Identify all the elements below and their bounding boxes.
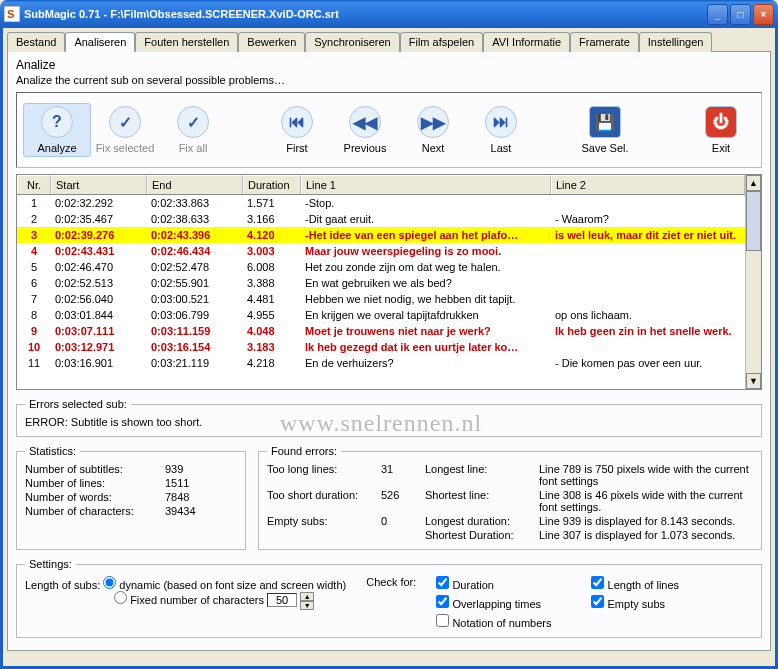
first-button[interactable]: ⏮First — [263, 106, 331, 154]
scroll-thumb[interactable] — [746, 191, 761, 251]
fix-selected-button[interactable]: ✓Fix selected — [91, 106, 159, 154]
toolbar: ?Analyze ✓Fix selected ✓Fix all ⏮First ◀… — [16, 92, 762, 168]
table-row[interactable]: 10:02:32.2920:02:33.8631.571-Stop. — [17, 195, 745, 211]
app-icon: S — [4, 6, 20, 22]
table-row[interactable]: 90:03:07.1110:03:11.1594.048Moet je trou… — [17, 323, 745, 339]
tab-bewerken[interactable]: Bewerken — [238, 32, 305, 52]
first-icon: ⏮ — [281, 106, 313, 138]
radio-dynamic[interactable]: dynamic (based on font size and screen w… — [103, 579, 346, 591]
found-fieldset: Found errors: Too long lines:31Longest l… — [258, 445, 762, 550]
errors-legend: Errors selected sub: — [25, 398, 131, 410]
tab-bestand[interactable]: Bestand — [7, 32, 65, 52]
panel-subtitle: Analize the current sub on several possi… — [16, 74, 762, 86]
prev-button[interactable]: ◀◀Previous — [331, 106, 399, 154]
errors-fieldset: Errors selected sub: ERROR: Subtitle is … — [16, 398, 762, 437]
check-label: Check for: — [366, 576, 416, 588]
scroll-up-button[interactable]: ▲ — [746, 175, 761, 191]
subtitle-grid[interactable]: Nr. Start End Duration Line 1 Line 2 10:… — [16, 174, 762, 390]
tab-film[interactable]: Film afspelen — [400, 32, 483, 52]
titlebar: S SubMagic 0.71 - F:\Film\Obsessed.SCREE… — [0, 0, 778, 28]
table-row[interactable]: 70:02:56.0400:03:00.5214.481Hebben we ni… — [17, 291, 745, 307]
fixed-chars-input[interactable] — [267, 593, 297, 607]
svg-text:S: S — [7, 8, 14, 20]
tab-fouten[interactable]: Fouten herstellen — [135, 32, 238, 52]
error-message: ERROR: Subtitle is shown too short. — [25, 416, 753, 428]
window-title: SubMagic 0.71 - F:\Film\Obsessed.SCREENE… — [24, 8, 707, 20]
spin-up[interactable]: ▲ — [300, 592, 314, 601]
check-length[interactable]: Length of lines — [591, 576, 679, 591]
analyze-icon: ? — [41, 106, 73, 138]
table-row[interactable]: 50:02:46.4700:02:52.4786.008Het zou zond… — [17, 259, 745, 275]
table-row[interactable]: 30:02:39.2760:02:43.3964.120-Het idee va… — [17, 227, 745, 243]
exit-button[interactable]: ⏻Exit — [687, 106, 755, 154]
col-l1[interactable]: Line 1 — [301, 175, 551, 194]
table-row[interactable]: 60:02:52.5130:02:55.9013.388En wat gebru… — [17, 275, 745, 291]
fixall-icon: ✓ — [177, 106, 209, 138]
exit-icon: ⏻ — [705, 106, 737, 138]
next-icon: ▶▶ — [417, 106, 449, 138]
minimize-button[interactable]: _ — [707, 4, 728, 25]
next-button[interactable]: ▶▶Next — [399, 106, 467, 154]
fix-icon: ✓ — [109, 106, 141, 138]
main-tabs: Bestand Analiseren Fouten herstellen Bew… — [7, 32, 771, 52]
length-label: Length of subs: — [25, 579, 100, 591]
grid-scrollbar[interactable]: ▲ ▼ — [745, 175, 761, 389]
check-overlap[interactable]: Overlapping times — [436, 595, 551, 610]
analyze-button[interactable]: ?Analyze — [23, 103, 91, 157]
table-row[interactable]: 20:02:35.4670:02:38.6333.166-Dit gaat er… — [17, 211, 745, 227]
col-start[interactable]: Start — [51, 175, 147, 194]
tab-sync[interactable]: Synchroniseren — [305, 32, 399, 52]
check-notation[interactable]: Notation of numbers — [436, 614, 551, 629]
check-empty[interactable]: Empty subs — [591, 595, 679, 610]
col-l2[interactable]: Line 2 — [551, 175, 745, 194]
tab-avi[interactable]: AVI Informatie — [483, 32, 570, 52]
table-row[interactable]: 80:03:01.8440:03:06.7994.955En krijgen w… — [17, 307, 745, 323]
table-row[interactable]: 110:03:16.9010:03:21.1194.218En de verhu… — [17, 355, 745, 371]
last-button[interactable]: ⏭Last — [467, 106, 535, 154]
stats-legend: Statistics: — [25, 445, 80, 457]
last-icon: ⏭ — [485, 106, 517, 138]
panel-title: Analize — [16, 58, 762, 72]
settings-legend: Settings: — [25, 558, 76, 570]
tab-instellingen[interactable]: Instellingen — [639, 32, 713, 52]
prev-icon: ◀◀ — [349, 106, 381, 138]
settings-fieldset: Settings: Length of subs: dynamic (based… — [16, 558, 762, 638]
fix-all-button[interactable]: ✓Fix all — [159, 106, 227, 154]
table-row[interactable]: 40:02:43.4310:02:46.4343.003Maar jouw we… — [17, 243, 745, 259]
found-legend: Found errors: — [267, 445, 341, 457]
grid-header: Nr. Start End Duration Line 1 Line 2 — [17, 175, 745, 195]
check-duration[interactable]: Duration — [436, 576, 551, 591]
stats-fieldset: Statistics: Number of subtitles:939Numbe… — [16, 445, 246, 550]
tab-framerate[interactable]: Framerate — [570, 32, 639, 52]
col-end[interactable]: End — [147, 175, 243, 194]
scroll-down-button[interactable]: ▼ — [746, 373, 761, 389]
save-icon: 💾 — [589, 106, 621, 138]
col-dur[interactable]: Duration — [243, 175, 301, 194]
save-button[interactable]: 💾Save Sel. — [571, 106, 639, 154]
spin-down[interactable]: ▼ — [300, 601, 314, 610]
maximize-button[interactable]: □ — [730, 4, 751, 25]
tab-analiseren[interactable]: Analiseren — [65, 32, 135, 52]
radio-fixed[interactable]: Fixed number of characters — [114, 594, 264, 606]
col-nr[interactable]: Nr. — [17, 175, 51, 194]
table-row[interactable]: 100:03:12.9710:03:16.1543.183Ik heb geze… — [17, 339, 745, 355]
close-button[interactable]: × — [753, 4, 774, 25]
